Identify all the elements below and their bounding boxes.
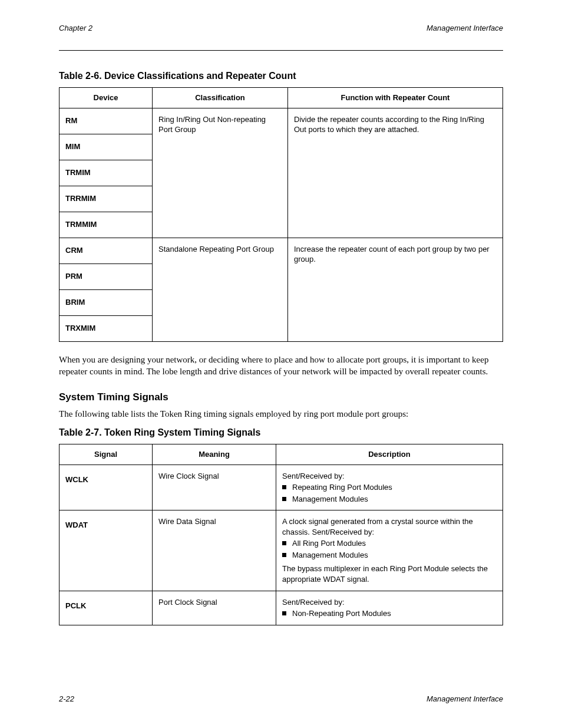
t2-hdr-signal: Signal	[59, 444, 153, 465]
timing-signals-table: Signal Meaning Description WCLK Wire Clo…	[59, 444, 503, 625]
header-rule	[59, 50, 503, 51]
t1-dev: CRM	[59, 238, 153, 263]
t1-dev: RM	[59, 108, 153, 134]
t2-desc-1: A clock signal generated from a crystal …	[276, 510, 503, 591]
t1-dev: TRXMIM	[59, 315, 153, 341]
t2-desc-0-intro: Sent/Received by:	[282, 471, 497, 482]
t2-desc-0: Sent/Received by: Repeating Ring Port Mo…	[276, 465, 503, 510]
t2-meaning-1: Wire Data Signal	[153, 510, 276, 591]
t1-dev: MIM	[59, 134, 153, 160]
t2-desc-1-intro: A clock signal generated from a crystal …	[282, 516, 497, 537]
signals-intro: The following table lists the Token Ring…	[59, 409, 503, 419]
header-chapter: Chapter 2	[59, 24, 92, 32]
t2-meaning-2: Port Clock Signal	[153, 591, 276, 625]
table1-caption: When you are designing your network, or …	[59, 354, 503, 378]
footer-page-number: 2-22	[59, 694, 74, 703]
header-section: Management Interface	[427, 24, 503, 32]
t2-signal-1: WDAT	[59, 510, 153, 591]
bullet-icon	[282, 611, 286, 615]
list-item: Non-Repeating Port Modules	[282, 608, 497, 619]
t2-desc-1-trail: The bypass multiplexer in each Ring Port…	[282, 564, 497, 584]
t1-class-1: Standalone Repeating Port Group	[153, 238, 288, 341]
t1-hdr-device: Device	[59, 88, 153, 108]
t1-func-1: Increase the repeater count of each port…	[288, 238, 503, 341]
table1-title: Table 2-6. Device Classifications and Re…	[59, 71, 503, 81]
bullet-icon	[282, 541, 286, 545]
t2-hdr-description: Description	[276, 444, 503, 465]
t1-dev: PRM	[59, 263, 153, 289]
list-item: All Ring Port Modules	[282, 538, 497, 549]
t1-hdr-classification: Classification	[153, 88, 288, 108]
t1-func-0: Divide the repeater counts according to …	[288, 108, 503, 238]
t2-desc-2: Sent/Received by: Non-Repeating Port Mod…	[276, 591, 503, 625]
t1-dev: BRIM	[59, 289, 153, 315]
t2-signal-0: WCLK	[59, 465, 153, 510]
t1-class-0: Ring In/Ring Out Non-repeating Port Grou…	[153, 108, 288, 238]
device-classification-table: Device Classification Function with Repe…	[59, 87, 503, 342]
t2-meaning-0: Wire Clock Signal	[153, 465, 276, 510]
t1-dev: TRMIM	[59, 160, 153, 186]
t1-hdr-function: Function with Repeater Count	[288, 88, 503, 108]
table2-title: Table 2-7. Token Ring System Timing Sign…	[59, 427, 503, 438]
list-item: Repeating Ring Port Modules	[282, 482, 497, 493]
signals-title: System Timing Signals	[59, 391, 503, 403]
t2-desc-2-intro: Sent/Received by:	[282, 597, 497, 608]
list-item: Management Modules	[282, 550, 497, 561]
list-item: Management Modules	[282, 494, 497, 505]
bullet-icon	[282, 497, 286, 501]
t1-dev: TRMMIM	[59, 212, 153, 238]
bullet-icon	[282, 553, 286, 557]
t2-signal-2: PCLK	[59, 591, 153, 625]
footer-section: Management Interface	[427, 694, 503, 703]
bullet-icon	[282, 485, 286, 489]
t2-hdr-meaning: Meaning	[153, 444, 276, 465]
t1-dev: TRRMIM	[59, 186, 153, 212]
